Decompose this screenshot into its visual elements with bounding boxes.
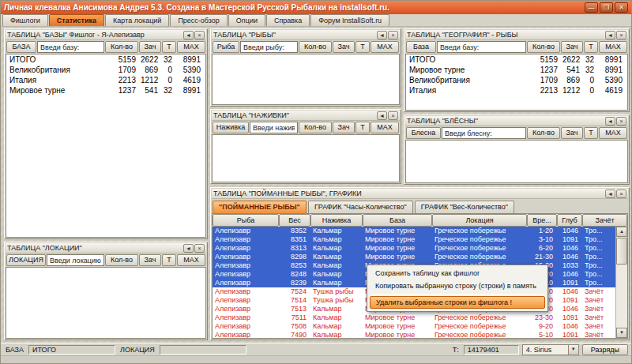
tab-fishlogs[interactable]: Фишлоги — [2, 14, 48, 26]
column-header-t[interactable]: Т — [356, 122, 370, 133]
column-header-fish[interactable]: Рыба — [213, 41, 239, 53]
table-row[interactable]: Италия 2213 1212 0 4619 — [406, 85, 627, 96]
column-header-zach[interactable]: Зач — [561, 127, 583, 139]
column-header-max[interactable]: MAX — [599, 127, 627, 139]
panel-collapse-icon[interactable]: ◄ — [183, 244, 194, 253]
table-row[interactable]: Алепизавр8351КальмарМировое турнеГреческ… — [213, 235, 615, 244]
tab-help[interactable]: Справка — [266, 14, 310, 26]
table-row[interactable]: Алепизавр7508КальмарМировое турнеГреческ… — [213, 322, 615, 331]
column-header-t[interactable]: Т — [162, 41, 176, 53]
column-header-max[interactable]: MAX — [371, 41, 399, 53]
table-row[interactable]: Великобритания 1709 869 0 5390 — [406, 75, 627, 85]
panel-bases-controls: БАЗА Кол-во Зач Т MAX — [6, 40, 206, 54]
column-header-zach[interactable]: Зач — [139, 254, 161, 266]
column-header-zach[interactable]: Зач — [561, 41, 583, 53]
table-row[interactable]: Алепизавр7511КальмарМировое турнеГреческ… — [213, 313, 615, 322]
close-button[interactable]: ✕ — [615, 2, 628, 13]
fish-filter-input[interactable] — [240, 41, 298, 53]
tab-options[interactable]: Опции — [228, 14, 265, 26]
column-header-zach[interactable]: Зач — [333, 122, 355, 133]
scroll-down-icon[interactable]: ▼ — [616, 328, 627, 338]
column-header-t[interactable]: Т — [584, 41, 598, 53]
column-header-lure[interactable]: Блесна — [406, 127, 441, 139]
table-row[interactable]: Алепизавр8313КальмарМировое турнеГреческ… — [213, 244, 615, 253]
minimize-button[interactable]: — — [585, 2, 598, 13]
tab-press-review[interactable]: Пресс-обзор — [170, 14, 227, 26]
column-header-t[interactable]: Т — [584, 127, 598, 139]
column-header-time[interactable]: Вре... — [527, 214, 557, 227]
geo-base-filter-input[interactable] — [437, 41, 526, 53]
table-row[interactable]: ИТОГО 5159 2622 32 8991 — [406, 54, 627, 65]
ranks-button[interactable]: Разряды — [582, 344, 628, 355]
scroll-thumb[interactable] — [616, 238, 627, 265]
scroll-up-icon[interactable]: ▲ — [616, 227, 627, 237]
table-row[interactable]: ИТОГО 5159 2622 32 8991 — [6, 54, 205, 65]
table-row[interactable]: Великобритания 1709 869 0 5390 — [6, 65, 205, 75]
menu-item-save-as-fishlog[interactable]: Сохранить таблицу как фишлог — [369, 267, 546, 280]
panel-collapse-icon[interactable]: ◄ — [605, 117, 615, 126]
column-header-base[interactable]: БАЗА — [6, 41, 36, 53]
column-header-count[interactable]: Кол-во — [105, 254, 138, 266]
column-header-t[interactable]: Т — [356, 41, 370, 53]
panel-collapse-icon[interactable]: ◄ — [377, 111, 387, 120]
vertical-scrollbar[interactable]: ▲ ▼ — [615, 227, 627, 338]
column-header-fish[interactable]: Рыба — [213, 214, 279, 227]
cell: 2622 — [141, 54, 163, 65]
column-header-location[interactable]: Локация — [432, 214, 527, 227]
location-filter-input[interactable] — [47, 254, 104, 266]
panel-close-icon[interactable]: × — [388, 111, 398, 120]
column-header-base[interactable]: База — [363, 214, 432, 227]
panel-close-icon[interactable]: × — [388, 31, 398, 39]
table-row[interactable]: Алепизавр7490КальмарМировое турнеГреческ… — [213, 331, 615, 338]
column-header-depth[interactable]: Глуб — [557, 214, 582, 227]
panel-close-icon[interactable]: × — [194, 244, 205, 253]
tab-graph-weight-count[interactable]: ГРАФИК "Вес-Количество" — [415, 201, 514, 213]
panel-close-icon[interactable]: × — [616, 190, 626, 198]
rank-combobox[interactable]: 4. Sirius ▼ — [522, 344, 579, 355]
column-header-zach[interactable]: Зач — [333, 41, 355, 53]
column-header-t[interactable]: Т — [162, 254, 176, 266]
tab-forum[interactable]: Форум InstallSoft.ru — [310, 14, 389, 26]
column-header-max[interactable]: MAX — [599, 41, 627, 53]
column-header-weight[interactable]: Вес — [279, 214, 310, 227]
cell: Мировое турне — [363, 235, 432, 244]
tab-graph-hours-count[interactable]: ГРАФИК "Часы-Количество" — [308, 201, 413, 213]
table-row[interactable]: Алепизавр8352КальмарМировое турнеГреческ… — [213, 227, 615, 235]
column-header-count[interactable]: Кол-во — [299, 122, 332, 133]
column-header-count[interactable]: Кол-во — [105, 41, 138, 53]
column-header-zachet[interactable]: Зачёт — [582, 214, 627, 227]
column-header-max[interactable]: MAX — [177, 254, 205, 266]
column-header-bait[interactable]: Наживка — [213, 122, 249, 133]
column-header-location[interactable]: ЛОКАЦИЯ — [6, 254, 46, 266]
column-header-bait[interactable]: Наживка — [310, 214, 363, 227]
panel-collapse-icon[interactable]: ◄ — [605, 31, 615, 39]
column-header-max[interactable]: MAX — [177, 41, 205, 53]
panel-collapse-icon[interactable]: ◄ — [377, 31, 387, 39]
table-row[interactable]: Мировое турне 1237 541 32 8991 — [406, 65, 627, 75]
panel-close-icon[interactable]: × — [194, 31, 205, 39]
menu-item-delete-rows[interactable]: Удалить выбранные строки из фишлога ! — [370, 296, 545, 309]
column-header-count[interactable]: Кол-во — [527, 127, 560, 139]
column-header-count[interactable]: Кол-во — [527, 41, 560, 53]
column-header-base[interactable]: База — [406, 41, 436, 53]
panel-close-icon[interactable]: × — [616, 31, 626, 39]
lure-filter-input[interactable] — [442, 127, 526, 139]
tab-location-map[interactable]: Карта локаций — [105, 14, 169, 26]
column-header-zach[interactable]: Зач — [139, 41, 161, 53]
bait-filter-input[interactable] — [250, 122, 298, 133]
column-header-max[interactable]: MAX — [371, 122, 399, 133]
maximize-button[interactable]: ❐ — [600, 2, 613, 13]
panel-collapse-icon[interactable]: ◄ — [605, 190, 615, 198]
tab-caught-fishes[interactable]: "ПОЙМАННЫЕ РЫБЫ" — [213, 201, 307, 213]
cell: Кальмар — [310, 279, 363, 287]
base-filter-input[interactable] — [37, 41, 104, 53]
table-row[interactable]: Мировое турне 1237 541 32 8991 — [6, 85, 205, 96]
column-header-count[interactable]: Кол-во — [299, 41, 332, 53]
table-row[interactable]: Италия 2213 1212 0 4619 — [6, 75, 205, 85]
panel-close-icon[interactable]: × — [616, 117, 626, 126]
tab-statistics[interactable]: Статистика — [49, 14, 104, 26]
panel-collapse-icon[interactable]: ◄ — [183, 31, 194, 39]
menu-item-copy-rows[interactable]: Копировать выбранную строку (строки) в п… — [369, 280, 546, 292]
chevron-down-icon[interactable]: ▼ — [568, 345, 578, 355]
table-row[interactable]: Алепизавр8298КальмарМировое турнеГреческ… — [213, 253, 615, 261]
